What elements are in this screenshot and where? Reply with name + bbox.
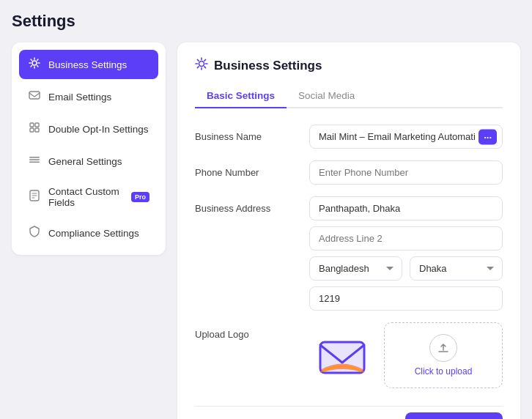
content-footer: Save Settings [195, 406, 503, 419]
svg-rect-8 [29, 162, 40, 163]
business-address-row: Business Address Bangladesh Dhaka [195, 196, 503, 311]
sidebar-item-email-label: Email Settings [48, 92, 111, 103]
svg-rect-1 [29, 92, 40, 99]
tabs: Basic Settings Social Media [195, 84, 503, 108]
upload-drop-zone[interactable]: Click to upload [384, 322, 503, 388]
sidebar-item-compliance[interactable]: Compliance Settings [19, 218, 158, 248]
logo-preview [309, 322, 375, 388]
page-title: Settings [12, 12, 520, 31]
sidebar-item-double-optin-label: Double Opt-In Settings [48, 124, 149, 135]
sidebar-item-contact-custom[interactable]: Contact Custom Fields Pro [19, 179, 158, 215]
svg-point-13 [199, 62, 204, 67]
upload-area-wrap: Click to upload [309, 322, 503, 388]
upload-logo-row: Upload Logo [195, 322, 503, 388]
phone-number-row: Phone Number [195, 160, 503, 185]
business-settings-icon [28, 57, 41, 72]
svg-rect-3 [35, 123, 39, 127]
country-select[interactable]: Bangladesh [309, 256, 402, 281]
business-name-input[interactable] [309, 125, 503, 149]
svg-rect-4 [30, 128, 34, 132]
content-header-title: Business Settings [214, 59, 322, 73]
sidebar-item-general[interactable]: General Settings [19, 147, 158, 176]
phone-number-wrap [309, 160, 503, 185]
address-line1-input[interactable] [309, 196, 503, 220]
double-optin-icon [28, 122, 41, 136]
business-name-action-btn[interactable]: ··· [479, 129, 497, 144]
svg-rect-5 [35, 128, 39, 132]
sidebar-item-email[interactable]: Email Settings [19, 82, 158, 111]
content-area: Business Settings Basic Settings Social … [177, 42, 520, 419]
email-settings-icon [28, 89, 41, 104]
save-settings-button[interactable]: Save Settings [405, 412, 503, 419]
compliance-icon [28, 226, 41, 240]
business-address-wrap: Bangladesh Dhaka [309, 196, 503, 311]
tab-basic[interactable]: Basic Settings [195, 84, 287, 108]
address-line2-input[interactable] [309, 226, 503, 251]
zip-input[interactable] [309, 286, 503, 311]
upload-logo-label: Upload Logo [195, 322, 298, 340]
sidebar-item-double-optin[interactable]: Double Opt-In Settings [19, 114, 158, 144]
upload-icon [429, 334, 457, 362]
sidebar-item-general-label: General Settings [48, 156, 122, 167]
sidebar-item-business[interactable]: Business Settings [19, 50, 158, 79]
business-name-wrap: ··· [309, 125, 503, 149]
content-header-icon [195, 57, 208, 74]
svg-rect-2 [30, 123, 34, 127]
contact-custom-icon [28, 190, 41, 204]
business-address-label: Business Address [195, 196, 298, 214]
content-header: Business Settings [195, 57, 503, 74]
sidebar-item-contact-custom-label: Contact Custom Fields [48, 186, 124, 208]
phone-number-input[interactable] [309, 160, 503, 185]
state-select[interactable]: Dhaka [410, 256, 503, 281]
sidebar-item-business-label: Business Settings [48, 59, 127, 70]
svg-rect-6 [29, 157, 40, 158]
sidebar: Business Settings Email Settings [12, 42, 166, 255]
svg-point-0 [32, 61, 37, 65]
svg-rect-7 [29, 159, 40, 160]
business-name-row: Business Name ··· [195, 125, 503, 149]
general-settings-icon [28, 154, 41, 168]
business-name-input-wrap: ··· [309, 125, 503, 149]
pro-badge: Pro [131, 192, 149, 202]
tab-social[interactable]: Social Media [287, 84, 366, 108]
sidebar-item-compliance-label: Compliance Settings [48, 228, 139, 239]
phone-number-label: Phone Number [195, 160, 298, 178]
upload-click-text[interactable]: Click to upload [415, 366, 473, 377]
business-name-label: Business Name [195, 125, 298, 142]
address-selects: Bangladesh Dhaka [309, 256, 503, 281]
